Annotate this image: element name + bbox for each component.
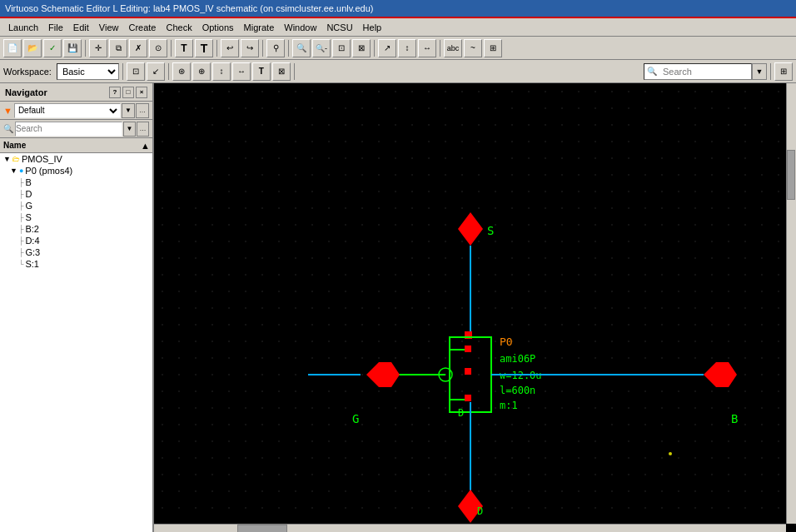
tb2-btn6[interactable]: ↔ (232, 62, 251, 81)
sep10 (294, 63, 295, 80)
export-button[interactable]: ↗ (378, 39, 396, 57)
nav-search-dropdown-btn[interactable]: ▼ (123, 122, 136, 137)
tb2-end-btn[interactable]: ⊞ (774, 62, 793, 81)
tree-item-p0[interactable]: ▼ ● P0 (pmos4) (0, 165, 152, 177)
wire-icon-b2: ├ (18, 225, 23, 233)
misc-button[interactable]: ⊞ (484, 39, 502, 57)
tb2-btn8[interactable]: ⊠ (272, 62, 291, 81)
filter-options-btn[interactable]: … (136, 103, 149, 118)
sep9 (168, 63, 169, 80)
svg-rect-2 (154, 83, 796, 532)
tree-item-g3[interactable]: ├ G:3 (0, 246, 152, 258)
navigator-search: 🔍 ▼ … (0, 120, 152, 138)
main-area: Navigator ? □ × ▼ Default ▼ … 🔍 ▼ … Name (0, 83, 796, 532)
tb2-btn5[interactable]: ↕ (212, 62, 231, 81)
vertical-scrollbar[interactable] (786, 83, 796, 524)
pin-button[interactable]: ↕ (398, 39, 416, 57)
h-scrollbar-thumb[interactable] (237, 525, 287, 532)
filter-select[interactable]: Default (14, 103, 121, 118)
copy-button[interactable]: ⧉ (109, 39, 127, 57)
workspace-select[interactable]: Basic Advanced (57, 63, 119, 80)
tb2-btn1[interactable]: ⊡ (127, 62, 145, 81)
zoomarea-button[interactable]: ⊠ (352, 39, 371, 57)
tree-label-g3: G:3 (25, 247, 40, 257)
component-label-p0: P0 (500, 336, 513, 348)
pin-icon-g: ├ (18, 201, 23, 210)
abc-button[interactable]: abc (444, 39, 462, 57)
menu-window[interactable]: Window (279, 21, 321, 34)
filter-dropdown-btn[interactable]: ▼ (122, 103, 135, 118)
sep6 (374, 40, 375, 57)
tree-label-b: B (25, 177, 31, 187)
zoomout-button[interactable]: 🔍- (312, 39, 331, 57)
tree-item-b[interactable]: ├ B (0, 177, 152, 188)
wave-button[interactable]: ~ (464, 39, 482, 57)
search-dropdown-toolbar[interactable]: ▼ (752, 63, 767, 80)
delete-button[interactable]: ✗ (129, 39, 147, 57)
horizontal-scrollbar[interactable] (154, 524, 786, 532)
tb2-btn3[interactable]: ⊛ (172, 62, 191, 81)
nav-close-btn[interactable]: × (136, 87, 147, 98)
wire-button[interactable]: ↔ (418, 39, 436, 57)
tree-item-s[interactable]: ├ S (0, 211, 152, 223)
property-button[interactable]: ⊙ (149, 39, 167, 57)
nav-scroll-up[interactable]: ▲ (141, 141, 149, 151)
menu-help[interactable]: Help (358, 21, 387, 34)
tree-label-s1: S:1 (25, 259, 39, 269)
nav-search-input[interactable] (15, 122, 122, 137)
menu-check[interactable]: Check (161, 21, 197, 34)
nav-extra-btn[interactable]: … (137, 122, 149, 137)
tb2-btn4[interactable]: ⊕ (192, 62, 211, 81)
save-button[interactable]: 💾 (63, 39, 82, 57)
filter-icon: ▼ (3, 106, 12, 116)
menu-edit[interactable]: Edit (68, 21, 94, 34)
undo-button[interactable]: ↩ (221, 39, 239, 57)
zoomin-button[interactable]: 🔍 (292, 39, 311, 57)
menu-ncsu[interactable]: NCSU (321, 21, 357, 34)
pin-icon-b: ├ (18, 178, 23, 186)
tree-item-d4[interactable]: ├ D:4 (0, 235, 152, 246)
tree-label-s: S (25, 212, 31, 222)
navigator-panel: Navigator ? □ × ▼ Default ▼ … 🔍 ▼ … Name (0, 83, 154, 532)
menu-file[interactable]: File (43, 21, 68, 34)
workspace-label: Workspace: (3, 67, 52, 77)
move-button[interactable]: ✛ (89, 39, 107, 57)
open-button[interactable]: 📂 (23, 39, 42, 57)
zoomfit-button[interactable]: ⊡ (332, 39, 351, 57)
tree-item-d[interactable]: ├ D (0, 188, 152, 200)
tree-label-g: G (25, 201, 32, 211)
schematic-canvas[interactable]: S G P0 (154, 83, 796, 532)
text-button[interactable]: T (175, 39, 193, 57)
search-icon-toolbar: 🔍 (644, 67, 659, 76)
menu-create[interactable]: Create (123, 21, 161, 34)
v-scrollbar-thumb[interactable] (787, 150, 795, 200)
menu-view[interactable]: View (94, 21, 124, 34)
new-button[interactable]: 📄 (3, 39, 22, 57)
expand-icon-p0[interactable]: ▼ (10, 167, 17, 175)
toolbar1: 📄 📂 ✓ 💾 ✛ ⧉ ✗ ⊙ T T ↩ ↪ ⚲ 🔍 🔍- ⊡ ⊠ ↗ ↕ ↔… (0, 37, 796, 60)
d-pin-sq (465, 395, 471, 401)
nav-config-btn[interactable]: □ (122, 87, 134, 98)
search-input-toolbar[interactable] (659, 64, 751, 79)
g-pin-sq (465, 368, 471, 375)
navigator-title: Navigator (5, 87, 47, 97)
tree-item-b2[interactable]: ├ B:2 (0, 223, 152, 235)
tb2-btn2[interactable]: ↙ (147, 62, 165, 81)
menu-migrate[interactable]: Migrate (239, 21, 280, 34)
nav-search-icon: 🔍 (3, 124, 13, 133)
find-button[interactable]: ⚲ (266, 39, 285, 57)
nav-help-btn[interactable]: ? (109, 87, 121, 98)
tree-item-s1[interactable]: └ S:1 (0, 258, 152, 270)
nav-col-name: Name (3, 141, 141, 150)
menu-options[interactable]: Options (197, 21, 239, 34)
expand-icon-pmos_iv[interactable]: ▼ (3, 155, 11, 163)
pin-icon-d: ├ (18, 190, 23, 198)
check-button[interactable]: ✓ (43, 39, 62, 57)
tree-item-pmos_iv[interactable]: ▼ 🗁 PMOS_IV (0, 153, 152, 165)
text-big-button[interactable]: T (195, 39, 213, 57)
tb2-btn7[interactable]: T (252, 62, 271, 81)
menu-launch[interactable]: Launch (3, 21, 43, 34)
redo-button[interactable]: ↪ (241, 39, 259, 57)
tree-item-g[interactable]: ├ G (0, 200, 152, 211)
sep5 (288, 40, 289, 57)
